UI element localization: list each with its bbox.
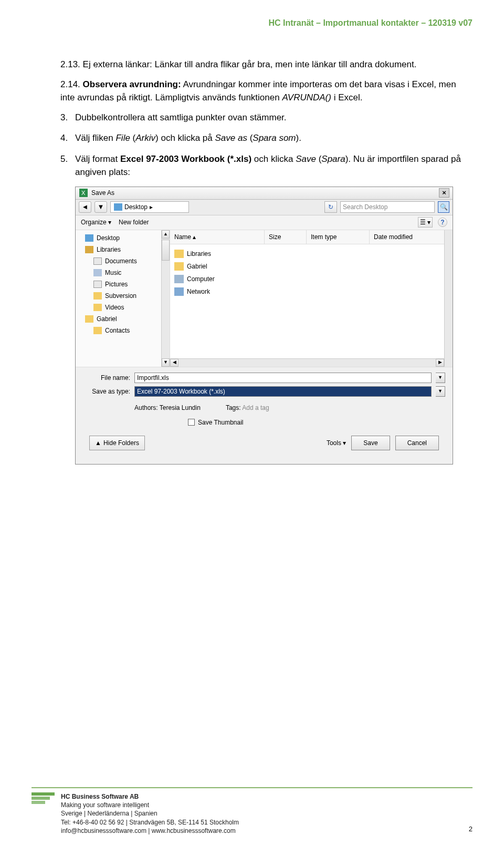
tree-label: Music xyxy=(105,268,121,277)
savetype-value: Excel 97-2003 Workbook (*.xls) xyxy=(137,387,225,396)
authors-value[interactable]: Teresia Lundin xyxy=(160,404,201,411)
item-label: Libraries xyxy=(187,249,211,259)
scroll-down-icon[interactable]: ▼ xyxy=(162,358,170,367)
refresh-button[interactable]: ↻ xyxy=(324,201,337,213)
tree-item[interactable]: Gabriel xyxy=(76,313,170,325)
dialog-bottom: ▲ Hide Folders Tools ▾ Save Cancel xyxy=(83,432,445,457)
back-button[interactable]: ◄ xyxy=(79,201,91,213)
close-button[interactable]: × xyxy=(439,188,449,198)
list-item[interactable]: Libraries xyxy=(170,247,453,260)
document-header: HC Intranät – Importmanual kontakter – 1… xyxy=(268,17,472,29)
tree-label: Gabriel xyxy=(97,314,117,324)
step-num: 5. xyxy=(60,152,68,166)
col-size[interactable]: Size xyxy=(265,230,307,244)
cancel-button[interactable]: Cancel xyxy=(395,436,439,450)
list-item[interactable]: Network xyxy=(170,285,453,298)
pictures-icon xyxy=(93,281,102,288)
search-input[interactable]: Search Desktop xyxy=(340,201,435,213)
thumbnail-label: Save Thumbnail xyxy=(198,418,244,427)
step-text: och klicka på xyxy=(159,133,215,143)
music-icon xyxy=(93,269,102,276)
tree-item[interactable]: Documents xyxy=(76,255,170,267)
step-text: Dubbelkontrollera att samtliga punkter o… xyxy=(75,112,287,122)
save-button[interactable]: Save xyxy=(351,436,390,450)
footer-address: Tel: +46-8-40 02 56 92 | Strandvägen 5B,… xyxy=(61,818,239,827)
breadcrumb-label: Desktop xyxy=(124,202,148,212)
footer-company: HC Business Software AB xyxy=(61,792,239,801)
format-bold: Excel 97-2003 Workbook (*.xls) xyxy=(120,154,251,164)
tree-label: Pictures xyxy=(105,280,128,289)
libraries-icon xyxy=(174,250,184,258)
forward-button[interactable]: ▼ xyxy=(94,201,107,213)
excel-icon: X xyxy=(79,188,88,198)
footer-contact: info@hcbusinesssoftware.com | www.hcbusi… xyxy=(61,827,239,835)
tree-item[interactable]: Music xyxy=(76,267,170,279)
horizontal-scrollbar[interactable]: ◀ ▶ xyxy=(170,358,444,367)
chevron-right-icon: ▸ xyxy=(150,202,153,212)
vertical-scrollbar[interactable] xyxy=(444,230,453,367)
tree-label: Desktop xyxy=(97,233,120,243)
tree-item[interactable]: Contacts xyxy=(76,325,170,336)
col-date[interactable]: Date modified xyxy=(370,230,453,244)
col-name[interactable]: Name ▴ xyxy=(170,230,265,244)
filename-value: Importfil.xls xyxy=(137,373,169,383)
documents-icon xyxy=(93,257,102,265)
page-number: 2 xyxy=(469,824,472,834)
savetype-select[interactable]: Excel 97-2003 Workbook (*.xls) xyxy=(134,386,432,397)
filename-input[interactable]: Importfil.xls xyxy=(134,373,432,383)
dialog-toolbar: Organize ▾ New folder ☰ ▾ ? xyxy=(76,215,453,230)
tree-item[interactable]: Libraries xyxy=(76,244,170,255)
item-label: Network xyxy=(187,287,210,296)
hide-folders-label: Hide Folders xyxy=(103,438,139,448)
view-mode-button[interactable]: ☰ ▾ xyxy=(418,217,433,228)
organize-menu[interactable]: Organize ▾ xyxy=(81,218,111,227)
help-button[interactable]: ? xyxy=(438,218,447,227)
tags-value[interactable]: Add a tag xyxy=(242,404,269,411)
tree-item[interactable]: Desktop xyxy=(76,232,170,244)
desktop-icon xyxy=(85,234,93,242)
folder-tree: Desktop Libraries Documents Music Pictur… xyxy=(76,230,170,367)
file-pane: Name ▴ Size Item type Date modified Libr… xyxy=(170,230,453,367)
computer-icon xyxy=(174,275,184,283)
menu-file: File xyxy=(116,133,130,143)
dropdown-icon[interactable]: ▼ xyxy=(436,373,445,383)
paragraph-2-13: 2.13. Ej externa länkar: Länkar till and… xyxy=(60,58,472,71)
tree-scrollbar[interactable]: ▲ ▼ xyxy=(161,230,170,367)
save-thumbnail-checkbox[interactable] xyxy=(188,419,195,426)
tools-menu[interactable]: Tools ▾ xyxy=(327,438,346,448)
list-item[interactable]: Gabriel xyxy=(170,260,453,273)
menu-saveas: Save as xyxy=(215,133,247,143)
tree-label: Libraries xyxy=(97,245,121,254)
dialog-title: Save As xyxy=(91,188,114,198)
savetype-label: Save as type: xyxy=(83,387,130,396)
scroll-left-icon[interactable]: ◀ xyxy=(170,359,178,367)
breadcrumb[interactable]: Desktop ▸ xyxy=(110,201,189,213)
scroll-right-icon[interactable]: ▶ xyxy=(436,359,444,367)
new-folder-button[interactable]: New folder xyxy=(119,218,149,227)
scroll-up-icon[interactable]: ▲ xyxy=(162,230,170,239)
para-text: Ej externa länkar: Länkar till andra fli… xyxy=(83,59,417,69)
file-list: Libraries Gabriel Computer Network xyxy=(170,244,453,301)
footer-tagline: Making your software intelligent xyxy=(61,801,239,809)
page-footer: HC Business Software AB Making your soft… xyxy=(32,787,472,835)
tree-label: Contacts xyxy=(105,326,130,335)
tree-item[interactable]: Subversion xyxy=(76,290,170,302)
tree-item[interactable]: Videos xyxy=(76,302,170,313)
step-num: 3. xyxy=(60,111,68,125)
item-label: Gabriel xyxy=(187,262,207,271)
paragraph-2-14: 2.14. Observera avrundning: Avrundningar… xyxy=(60,78,472,105)
list-item[interactable]: Computer xyxy=(170,273,453,285)
filename-label: File name: xyxy=(83,373,130,383)
scroll-thumb[interactable] xyxy=(162,240,170,261)
col-type[interactable]: Item type xyxy=(307,230,370,244)
tree-item[interactable]: Pictures xyxy=(76,279,170,290)
network-icon xyxy=(174,287,184,296)
tree-label: Documents xyxy=(105,256,137,266)
dropdown-icon[interactable]: ▼ xyxy=(436,386,445,397)
search-button[interactable]: 🔍 xyxy=(438,201,449,213)
step-5: 5. Välj format Excel 97-2003 Workbook (*… xyxy=(60,152,472,179)
function-name: AVRUNDA() xyxy=(282,92,331,102)
hide-folders-button[interactable]: ▲ Hide Folders xyxy=(89,436,145,450)
folder-icon xyxy=(93,327,102,334)
folder-icon xyxy=(93,292,102,300)
